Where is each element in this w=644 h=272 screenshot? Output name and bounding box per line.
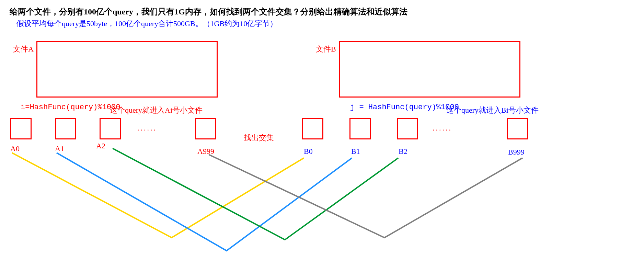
intersection-label: 找出交集 (244, 133, 274, 143)
diagram-canvas: 给两个文件，分别有100亿个query，我们只有1G内存，如何找到两个文件交集？… (0, 0, 644, 272)
small-box-a2 (100, 118, 121, 139)
small-box-a1 (55, 118, 76, 139)
label-a0: A0 (10, 144, 20, 153)
label-a1: A1 (55, 144, 64, 153)
file-a-label: 文件A (13, 44, 34, 54)
small-box-b999 (507, 118, 528, 139)
hash-a-code: i=HashFunc(query)%1000 (21, 103, 120, 112)
label-a2: A2 (96, 141, 105, 150)
file-b-label: 文件B (316, 44, 336, 54)
line-a2-b2 (113, 148, 398, 240)
label-b0: B0 (304, 147, 313, 156)
hash-b-code: j = HashFunc(query)%1000 (350, 103, 459, 112)
subtitle: 假设平均每个query是50byte，100亿个query合计500GB。（1G… (16, 19, 277, 29)
small-box-a999 (195, 118, 216, 139)
small-box-b1 (349, 118, 371, 139)
file-a-box (36, 41, 218, 98)
line-a1-b1 (57, 153, 352, 251)
label-b1: B1 (351, 147, 360, 156)
label-b2: B2 (399, 147, 407, 156)
hash-b-text: 这个query就进入Bi号小文件 (446, 105, 539, 115)
dots-b: ...... (433, 124, 452, 133)
small-box-a0 (10, 118, 32, 139)
file-b-box (339, 41, 520, 98)
line-a0-b0 (12, 153, 304, 238)
label-b999: B999 (508, 148, 525, 157)
line-a999-b999 (209, 155, 522, 238)
small-box-b0 (302, 118, 323, 139)
dots-a: ...... (137, 124, 157, 133)
small-box-b2 (397, 118, 418, 139)
hash-a-text: 这个query就进入Ai号小文件 (110, 105, 203, 115)
label-a999: A999 (197, 147, 214, 156)
title: 给两个文件，分别有100亿个query，我们只有1G内存，如何找到两个文件交集？… (10, 6, 407, 17)
